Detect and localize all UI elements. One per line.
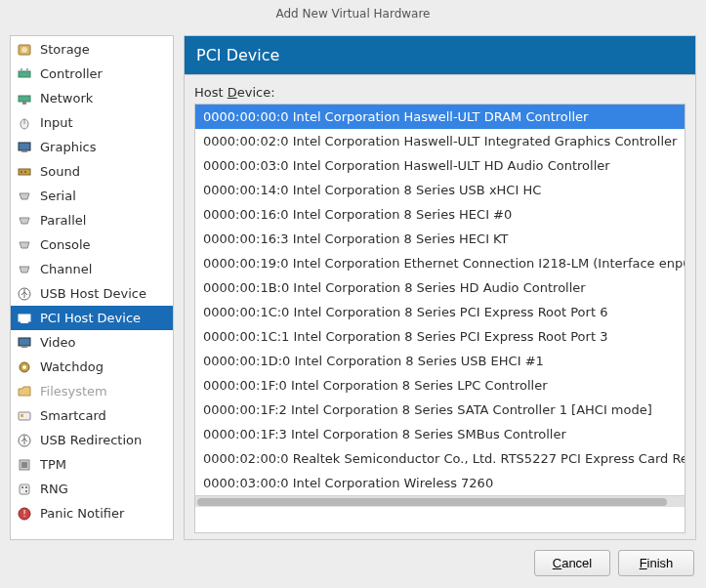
main-area: StorageControllerNetworkInputGraphicsSou… <box>0 27 706 540</box>
content-panel: PCI Device Host Device: 0000:00:00:0 Int… <box>184 35 696 540</box>
hardware-type-sidebar[interactable]: StorageControllerNetworkInputGraphicsSou… <box>10 35 174 540</box>
sidebar-item-filesystem: Filesystem <box>11 379 173 403</box>
device-row[interactable]: 0000:00:1C:1 Intel Corporation 8 Series … <box>195 324 685 349</box>
sidebar-item-parallel[interactable]: Parallel <box>11 208 173 232</box>
svg-rect-4 <box>26 68 28 71</box>
pci-icon <box>17 311 32 326</box>
sidebar-item-label: Console <box>40 237 91 252</box>
filesystem-icon <box>17 384 32 399</box>
device-row[interactable]: 0000:00:03:0 Intel Corporation Haswell-U… <box>195 153 685 178</box>
sidebar-item-panic-notifier[interactable]: !Panic Notifier <box>11 501 173 525</box>
parallel-icon <box>17 213 32 229</box>
sidebar-item-video[interactable]: Video <box>11 330 173 355</box>
device-row[interactable]: 0000:00:19:0 Intel Corporation Ethernet … <box>195 251 685 275</box>
svg-rect-6 <box>22 102 26 105</box>
svg-rect-2 <box>19 71 30 77</box>
svg-rect-5 <box>19 96 30 102</box>
device-row[interactable]: 0000:00:1F:2 Intel Corporation 8 Series … <box>195 398 685 422</box>
sidebar-item-label: Input <box>40 115 73 130</box>
sound-icon <box>17 164 32 180</box>
sidebar-item-label: Filesystem <box>40 384 107 399</box>
sidebar-item-label: USB Host Device <box>40 286 146 301</box>
device-row[interactable]: 0000:00:1B:0 Intel Corporation 8 Series … <box>195 275 685 300</box>
sidebar-item-label: Storage <box>40 42 90 57</box>
storage-icon <box>17 42 32 58</box>
sidebar-item-label: Watchdog <box>40 359 104 374</box>
tpm-icon <box>17 457 32 473</box>
sidebar-item-label: RNG <box>40 482 68 496</box>
device-row[interactable]: 0000:00:02:0 Intel Corporation Haswell-U… <box>195 129 685 153</box>
panel-title-banner: PCI Device <box>184 35 696 74</box>
sidebar-item-label: Channel <box>40 262 92 276</box>
console-icon <box>17 237 32 253</box>
panel-title: PCI Device <box>196 46 279 64</box>
usb-icon <box>17 286 32 302</box>
svg-rect-10 <box>21 150 27 152</box>
finish-button[interactable]: Finish <box>618 550 694 576</box>
device-row[interactable]: 0000:02:00:0 Realtek Semiconductor Co., … <box>195 446 685 471</box>
dialog-buttons: Cancel Finish <box>0 540 706 588</box>
sidebar-item-label: Video <box>40 335 75 350</box>
sidebar-item-label: Sound <box>40 164 80 179</box>
sidebar-item-usb-host-device[interactable]: USB Host Device <box>11 281 173 306</box>
panel-body: Host Device: 0000:00:00:0 Intel Corporat… <box>184 74 696 540</box>
sidebar-item-label: Graphics <box>40 140 96 154</box>
sidebar-item-label: USB Redirection <box>40 433 142 447</box>
sidebar-item-usb-redirection[interactable]: USB Redirection <box>11 428 173 452</box>
svg-rect-21 <box>19 412 30 420</box>
svg-rect-26 <box>20 484 29 494</box>
svg-rect-22 <box>21 414 23 417</box>
sidebar-item-rng[interactable]: RNG <box>11 477 173 501</box>
device-row[interactable]: 0000:00:00:0 Intel Corporation Haswell-U… <box>195 105 685 129</box>
rng-icon <box>17 482 32 497</box>
device-row[interactable]: 0000:00:1F:3 Intel Corporation 8 Series … <box>195 422 685 446</box>
sidebar-item-storage[interactable]: Storage <box>11 37 173 62</box>
svg-rect-17 <box>19 338 30 346</box>
sidebar-item-label: PCI Host Device <box>40 311 141 325</box>
host-device-label: Host Device: <box>194 85 685 100</box>
panic-icon: ! <box>17 506 32 522</box>
sidebar-item-input[interactable]: Input <box>11 110 173 135</box>
svg-rect-18 <box>21 346 27 348</box>
svg-rect-25 <box>21 462 27 468</box>
svg-point-20 <box>22 365 26 369</box>
video-icon <box>17 335 32 351</box>
device-row[interactable]: 0000:03:00:0 Intel Corporation Wireless … <box>195 471 685 495</box>
cancel-button[interactable]: Cancel <box>534 550 610 576</box>
sidebar-item-controller[interactable]: Controller <box>11 62 173 86</box>
sidebar-item-label: Network <box>40 91 93 105</box>
sidebar-item-tpm[interactable]: TPM <box>11 452 173 477</box>
sidebar-item-label: Controller <box>40 66 103 81</box>
sidebar-item-label: Panic Notifier <box>40 506 124 521</box>
sidebar-item-graphics[interactable]: Graphics <box>11 135 173 159</box>
sidebar-item-console[interactable]: Console <box>11 232 173 257</box>
sidebar-item-smartcard[interactable]: Smartcard <box>11 403 173 428</box>
sidebar-item-sound[interactable]: Sound <box>11 159 173 184</box>
horizontal-scrollbar[interactable] <box>195 495 685 507</box>
svg-rect-9 <box>19 143 30 150</box>
svg-point-1 <box>21 47 27 53</box>
sidebar-item-network[interactable]: Network <box>11 86 173 110</box>
smartcard-icon <box>17 408 32 424</box>
sidebar-item-channel[interactable]: Channel <box>11 257 173 281</box>
svg-point-27 <box>21 486 23 488</box>
sidebar-item-watchdog[interactable]: Watchdog <box>11 355 173 379</box>
scrollbar-thumb[interactable] <box>197 498 667 506</box>
host-device-list[interactable]: 0000:00:00:0 Intel Corporation Haswell-U… <box>194 104 685 533</box>
sidebar-item-pci-host-device[interactable]: PCI Host Device <box>11 306 173 330</box>
device-row[interactable]: 0000:00:1D:0 Intel Corporation 8 Series … <box>195 349 685 373</box>
network-icon <box>17 91 32 106</box>
device-row[interactable]: 0000:00:16:3 Intel Corporation 8 Series … <box>195 227 685 251</box>
device-row[interactable]: 0000:00:1F:0 Intel Corporation 8 Series … <box>195 373 685 398</box>
graphics-icon <box>17 140 32 155</box>
sidebar-item-label: Smartcard <box>40 408 106 423</box>
svg-point-28 <box>25 490 27 492</box>
sidebar-item-serial[interactable]: Serial <box>11 184 173 208</box>
device-row[interactable]: 0000:00:14:0 Intel Corporation 8 Series … <box>195 178 685 202</box>
channel-icon <box>17 262 32 277</box>
device-row[interactable]: 0000:00:1C:0 Intel Corporation 8 Series … <box>195 300 685 324</box>
sidebar-item-label: TPM <box>40 457 66 472</box>
device-row[interactable]: 0000:00:16:0 Intel Corporation 8 Series … <box>195 202 685 227</box>
window-titlebar: Add New Virtual Hardware <box>0 0 706 27</box>
window-title: Add New Virtual Hardware <box>276 7 431 21</box>
